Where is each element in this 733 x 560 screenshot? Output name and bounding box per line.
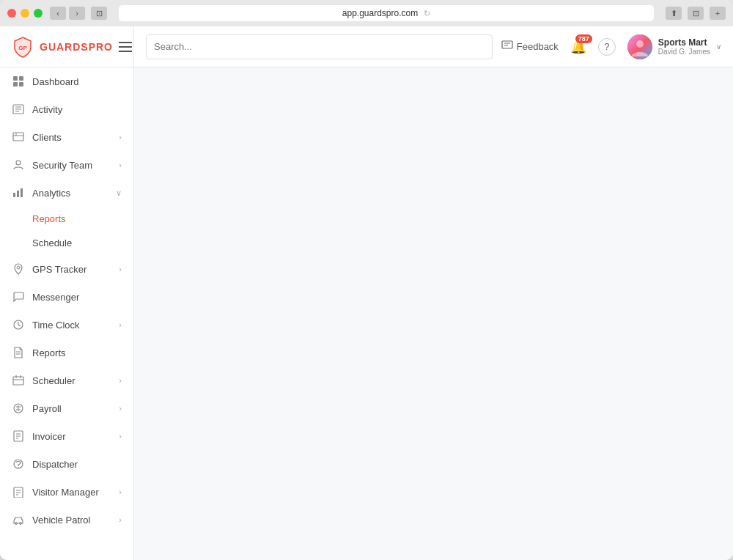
back-button[interactable]: ‹ [50,7,66,20]
sidebar-item-analytics[interactable]: Analytics ∨ [0,179,133,207]
chevron-right-icon: › [119,265,122,273]
scheduler-icon [12,374,25,387]
sidebar-item-time-clock[interactable]: Time Clock › [0,311,133,339]
main-content [134,67,733,560]
activity-icon [12,103,25,116]
sidebar-item-label: Time Clock [32,320,111,331]
user-sub: David G. James [658,48,710,56]
reload-icon: ↻ [424,9,430,18]
sidebar-subitem-schedule[interactable]: Schedule [0,231,133,255]
invoicer-icon [12,430,25,443]
tab-button[interactable]: ⊡ [91,7,107,20]
minimize-button[interactable] [21,9,29,18]
share-icon[interactable]: ⬆ [666,7,682,20]
logo-icon: GP [12,36,34,58]
user-info: Sports Mart David G. James [658,37,710,56]
svg-rect-15 [21,188,23,197]
feedback-icon [501,40,513,53]
chevron-right-icon: › [119,404,122,413]
user-name: Sports Mart [658,37,710,48]
feedback-label: Feedback [517,41,559,52]
clients-icon [12,130,25,144]
user-chevron-icon: ∨ [716,43,721,51]
close-button[interactable] [7,9,16,18]
user-area[interactable]: Sports Mart David G. James ∨ [627,34,721,59]
sidebar-subitem-reports[interactable]: Reports [0,207,133,231]
sidebar-nav: Dashboard Activity Clients › [0,67,133,560]
sidebar-item-label: Vehicle Patrol [32,515,111,526]
sidebar-item-activity[interactable]: Activity [0,95,133,123]
sub-item-label: Reports [32,213,66,224]
notification-badge: 787 [575,34,592,43]
sidebar-item-payroll[interactable]: Payroll › [0,394,133,422]
sidebar-item-label: Dashboard [32,76,122,87]
url-bar[interactable]: app.guardspro.com ↻ [119,5,654,21]
maximize-button[interactable] [34,9,43,18]
sidebar-item-gps-tracker[interactable]: GPS Tracker › [0,255,133,283]
sidebar-header: GP GUARDSPRO [0,26,133,67]
hamburger-line [119,42,132,43]
app-window: ‹ › ⊡ app.guardspro.com ↻ ⬆ ⊡ + G [0,0,733,560]
chevron-right-icon: › [119,161,122,169]
chevron-right-icon: › [119,432,122,441]
svg-point-45 [636,40,644,48]
sidebar-item-vehicle-patrol[interactable]: Vehicle Patrol › [0,506,133,534]
sidebar-item-label: Reports [32,347,122,358]
traffic-lights [7,9,43,18]
right-panel: Feedback 🔔 787 ? [134,26,733,560]
tab-overview-icon[interactable]: ⊡ [688,7,704,20]
sidebar-item-scheduler[interactable]: Scheduler › [0,366,133,394]
visitor-manager-icon [12,485,25,498]
svg-line-19 [18,325,21,326]
sidebar-item-label: Visitor Manager [32,487,111,498]
sidebar-item-reports[interactable]: Reports [0,339,133,366]
sidebar-item-dashboard[interactable]: Dashboard [0,67,133,95]
svg-rect-1 [13,76,18,81]
sidebar-item-label: GPS Tracker [32,264,111,275]
svg-rect-41 [502,41,512,48]
title-bar-actions: ⬆ ⊡ + [666,7,726,20]
avatar [627,34,652,59]
chevron-right-icon: › [119,515,122,524]
notification-area[interactable]: 🔔 787 [570,39,586,55]
forward-button[interactable]: › [69,7,85,20]
chevron-right-icon: › [119,133,122,141]
svg-point-16 [17,266,20,269]
payroll-icon [12,402,25,415]
dashboard-icon [12,75,25,88]
svg-rect-22 [13,377,23,385]
svg-rect-3 [13,82,18,86]
sidebar-item-label: Dispatcher [32,459,122,470]
sidebar-item-invoicer[interactable]: Invoicer › [0,422,133,450]
hamburger-menu[interactable] [119,42,132,52]
sidebar-container: GP GUARDSPRO Dashboard [0,26,134,560]
reports-icon [12,346,25,359]
gps-tracker-icon [12,262,25,276]
feedback-button[interactable]: Feedback [501,40,559,53]
chevron-right-icon: › [119,376,122,385]
add-tab-icon[interactable]: + [710,7,726,20]
svg-rect-13 [13,193,15,197]
help-label: ? [604,41,609,52]
search-input[interactable] [146,34,493,59]
sidebar-item-clients[interactable]: Clients › [0,123,133,151]
dispatcher-icon [12,457,25,471]
svg-point-32 [18,467,19,468]
sidebar-item-security-team[interactable]: Security Team › [0,151,133,179]
security-team-icon [12,158,25,172]
help-button[interactable]: ? [598,38,616,56]
sidebar-item-label: Analytics [32,188,108,199]
sidebar-item-label: Security Team [32,160,111,171]
title-bar: ‹ › ⊡ app.guardspro.com ↻ ⬆ ⊡ + [0,0,733,26]
vehicle-patrol-icon [12,513,25,526]
sidebar-item-label: Scheduler [32,375,111,386]
svg-point-12 [16,161,21,165]
sidebar-item-visitor-manager[interactable]: Visitor Manager › [0,478,133,506]
avatar-image [627,34,652,59]
sidebar-item-label: Messenger [32,292,122,303]
time-clock-icon [12,318,25,331]
sidebar-item-messenger[interactable]: Messenger [0,283,133,311]
sidebar-item-label: Payroll [32,403,111,414]
sidebar-item-dispatcher[interactable]: Dispatcher [0,450,133,478]
header-actions: Feedback 🔔 787 ? [501,34,721,59]
